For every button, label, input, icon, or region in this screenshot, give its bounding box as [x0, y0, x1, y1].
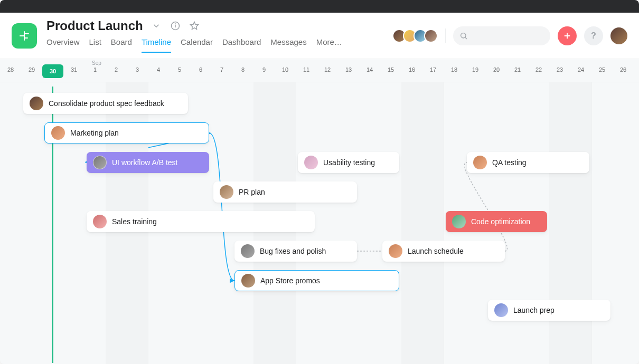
task-codeopt[interactable]: Code optimization: [446, 211, 547, 232]
date-cell: 18: [444, 66, 465, 73]
task-label: QA testing: [492, 158, 527, 167]
weekend-shade: [401, 82, 444, 364]
weekend-shade: [549, 82, 591, 364]
window-titlebar: [0, 0, 639, 13]
date-cell: 10: [275, 66, 296, 73]
search-icon: [459, 32, 468, 40]
today-marker: 30: [42, 64, 63, 78]
project-members[interactable]: [396, 29, 438, 43]
task-prplan[interactable]: PR plan: [213, 181, 357, 203]
project-title: Product Launch: [46, 18, 143, 33]
date-cell: 31: [63, 66, 84, 73]
date-cell: 1: [84, 66, 106, 73]
timeline-view: 28293031Sep12345678910111213141516171819…: [0, 59, 639, 364]
task-sales[interactable]: Sales training: [87, 211, 315, 232]
assignee-avatar: [30, 97, 43, 110]
date-cell: 14: [359, 66, 380, 73]
svg-point-2: [175, 24, 175, 24]
assignee-avatar: [241, 244, 255, 258]
task-consolidate[interactable]: Consolidate product spec feedback: [23, 93, 188, 114]
task-qa[interactable]: QA testing: [467, 152, 589, 173]
task-label: Launch schedule: [408, 247, 464, 255]
info-icon[interactable]: [170, 20, 181, 32]
date-cell: 19: [465, 66, 486, 73]
tab-list[interactable]: List: [89, 37, 101, 53]
plus-icon: [562, 31, 572, 41]
task-appstore[interactable]: App Store promos: [234, 270, 399, 291]
assignee-avatar: [452, 215, 466, 228]
search-input[interactable]: [453, 26, 550, 45]
tab-calendar[interactable]: Calendar: [181, 37, 213, 53]
divider: [445, 28, 446, 43]
assignee-avatar: [241, 274, 255, 288]
task-label: Code optimization: [471, 217, 530, 226]
date-cell: 6: [190, 66, 211, 73]
help-button[interactable]: ?: [584, 26, 603, 45]
assignee-avatar: [389, 244, 402, 258]
star-icon[interactable]: [189, 20, 200, 32]
date-cell: 7: [211, 66, 232, 73]
tab-dashboard[interactable]: Dashboard: [222, 37, 261, 53]
date-axis: 28293031Sep12345678910111213141516171819…: [0, 59, 639, 82]
assignee-avatar: [93, 215, 107, 228]
assignee-avatar: [304, 156, 318, 169]
timeline-canvas[interactable]: Consolidate product spec feedbackMarketi…: [0, 82, 639, 364]
add-button[interactable]: [558, 26, 577, 45]
task-label: Bug fixes and polish: [260, 247, 326, 255]
task-launchprep[interactable]: Launch prep: [488, 300, 610, 321]
assignee-avatar: [220, 185, 233, 199]
date-cell: 17: [422, 66, 444, 73]
task-label: UI workflow A/B test: [112, 158, 177, 167]
assignee-avatar: [473, 156, 487, 169]
task-usability[interactable]: Usability testing: [298, 152, 399, 173]
date-cell: 11: [296, 66, 317, 73]
project-header: Product Launch OverviewListBoardTimeline…: [0, 13, 639, 59]
assignee-avatar: [51, 126, 65, 140]
task-marketing[interactable]: Marketing plan: [44, 122, 209, 143]
date-cell: 26: [613, 66, 634, 73]
task-label: Sales training: [112, 217, 157, 226]
date-cell: 21: [507, 66, 528, 73]
help-label: ?: [591, 31, 596, 41]
date-cell: 20: [486, 66, 507, 73]
assignee-avatar: [494, 303, 508, 317]
project-menu-chevron-icon[interactable]: [151, 20, 162, 32]
member-avatar: [424, 29, 438, 43]
month-label: Sep: [92, 60, 101, 66]
assignee-avatar: [93, 156, 107, 169]
dependency-line: [209, 133, 234, 281]
date-cell: 25: [591, 66, 613, 73]
date-cell: 2: [106, 66, 127, 73]
date-cell: 12: [317, 66, 338, 73]
task-label: Marketing plan: [70, 129, 119, 137]
grid-line: [444, 82, 444, 364]
task-bugfix[interactable]: Bug fixes and polish: [234, 241, 357, 262]
date-cell: 4: [148, 66, 169, 73]
tab-messages[interactable]: Messages: [270, 37, 306, 53]
date-cell: 8: [232, 66, 253, 73]
tab-overview[interactable]: Overview: [46, 37, 80, 53]
date-cell: 28: [0, 66, 21, 73]
date-cell: 16: [401, 66, 422, 73]
project-tabs: OverviewListBoardTimelineCalendarDashboa…: [46, 37, 396, 53]
task-label: App Store promos: [260, 276, 320, 285]
task-label: Usability testing: [323, 158, 375, 167]
dependency-line: [465, 162, 508, 251]
current-user-avatar[interactable]: [610, 27, 627, 44]
task-label: Consolidate product spec feedback: [49, 99, 164, 108]
task-abtest[interactable]: UI workflow A/B test: [87, 152, 209, 173]
date-cell: 24: [570, 66, 591, 73]
date-cell: 23: [549, 66, 570, 73]
svg-point-4: [461, 33, 466, 37]
date-cell: 29: [21, 66, 42, 73]
grid-line: [591, 82, 592, 364]
tab-timeline[interactable]: Timeline: [142, 37, 171, 53]
tab-board[interactable]: Board: [111, 37, 132, 53]
date-cell: 3: [127, 66, 148, 73]
svg-line-5: [465, 37, 467, 39]
tab-more[interactable]: More…: [316, 37, 342, 53]
task-launchsched[interactable]: Launch schedule: [382, 241, 505, 262]
date-cell: 13: [338, 66, 359, 73]
project-icon: [12, 23, 37, 49]
task-label: PR plan: [239, 188, 265, 196]
